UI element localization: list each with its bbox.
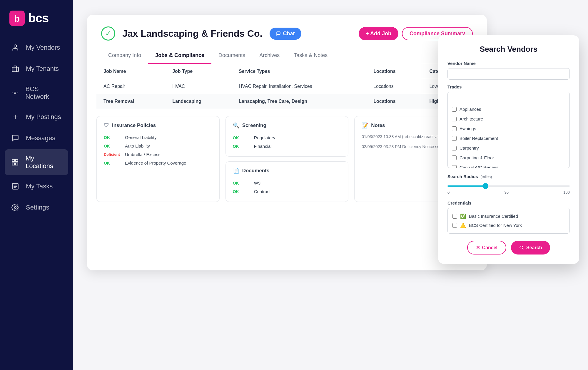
jobs-table-wrapper: Job Name Job Type Service Types Location… xyxy=(87,64,487,109)
trades-search-input[interactable] xyxy=(448,92,569,103)
sidebar-label-my-tasks: My Tasks xyxy=(26,183,53,190)
credential-label-basic-insurance: Basic Insurance Certified xyxy=(469,214,518,219)
trades-container: Appliances Architecture Awnings Boiler R… xyxy=(447,92,570,168)
my-locations-icon xyxy=(11,158,20,167)
search-button[interactable]: Search xyxy=(511,241,550,255)
trade-checkbox-architecture[interactable] xyxy=(452,117,457,121)
tab-documents[interactable]: Documents xyxy=(211,48,252,64)
trade-label-architecture: Architecture xyxy=(460,116,483,121)
primary-card: ✓ Jax Landscaping & Friends Co. Chat + A… xyxy=(87,15,487,270)
trade-item-architecture[interactable]: Architecture xyxy=(448,114,569,124)
trade-checkbox-carpeting-floor[interactable] xyxy=(452,155,457,160)
notes-icon: 📝 xyxy=(362,122,368,129)
sidebar-label-my-tenants: My Tenants xyxy=(26,65,59,73)
my-postings-icon xyxy=(11,112,20,122)
card-header: ✓ Jax Landscaping & Friends Co. Chat + A… xyxy=(87,15,487,41)
svg-point-15 xyxy=(14,207,16,209)
card-nav: Company Info Jobs & Compliance Documents… xyxy=(87,48,487,64)
trade-checkbox-boiler-replacement[interactable] xyxy=(452,136,457,141)
my-vendors-icon xyxy=(11,43,20,52)
tab-jobs-compliance[interactable]: Jobs & Compliance xyxy=(148,48,211,64)
cancel-button[interactable]: ✕ Cancel xyxy=(467,241,506,255)
sidebar-item-my-postings[interactable]: My Postings xyxy=(5,107,68,127)
trade-item-carpeting-floor[interactable]: Carpeting & Floor xyxy=(448,153,569,163)
trade-checkbox-appliances[interactable] xyxy=(452,107,457,112)
vendor-name-label: Vendor Name xyxy=(447,61,570,66)
trade-label-boiler-replacement: Boiler Replacement xyxy=(460,136,498,141)
screening-row-1: OK Regulatory xyxy=(233,133,341,142)
insurance-row-2: OK Auto Liability xyxy=(104,142,212,150)
sidebar-item-my-tasks[interactable]: My Tasks xyxy=(5,176,68,196)
sidebar-item-messages[interactable]: Messages xyxy=(5,128,68,148)
documents-panel-title: 📄 Documents xyxy=(233,168,341,174)
sidebar-item-my-locations[interactable]: My Locations xyxy=(5,149,68,175)
trade-item-appliances[interactable]: Appliances xyxy=(448,104,569,114)
add-job-button[interactable]: + Add Job xyxy=(359,27,398,40)
sidebar-label-my-postings: My Postings xyxy=(26,113,61,121)
credentials-section: Credentials ✅ Basic Insurance Certified … xyxy=(447,200,570,234)
insurance-row-3: Deficient Umbrella / Excess xyxy=(104,150,212,159)
screening-panel-title: 🔍 Screening xyxy=(233,122,341,129)
credential-basic-insurance[interactable]: ✅ Basic Insurance Certified xyxy=(452,212,565,221)
sidebar-item-settings[interactable]: Settings xyxy=(5,197,68,217)
svg-point-2 xyxy=(14,45,17,47)
vendor-name-input[interactable] xyxy=(447,68,570,80)
table-row[interactable]: Tree Removal Landscaping Lanscaping, Tre… xyxy=(96,94,477,109)
row1-job-type: HVAC xyxy=(165,79,232,94)
documents-row-2: OK Contract xyxy=(233,187,341,196)
trade-checkbox-carpentry[interactable] xyxy=(452,146,457,150)
credential-bcs-certified[interactable]: ⚠️ BCS Certified for New York xyxy=(452,221,565,230)
sidebar-label-my-locations: My Locations xyxy=(26,155,62,170)
credential-checkbox-bcs-certified[interactable] xyxy=(452,223,457,228)
credentials-box: ✅ Basic Insurance Certified ⚠️ BCS Certi… xyxy=(447,208,570,234)
trade-label-carpentry: Carpentry xyxy=(460,145,479,150)
tab-tasks-notes[interactable]: Tasks & Notes xyxy=(287,48,335,64)
svg-point-16 xyxy=(520,246,523,249)
svg-rect-10 xyxy=(16,163,18,165)
credential-checkbox-basic-insurance[interactable] xyxy=(452,214,457,219)
tab-company-info[interactable]: Company Info xyxy=(101,48,148,64)
chat-button[interactable]: Chat xyxy=(270,28,301,40)
trade-item-boiler-replacement[interactable]: Boiler Replacement xyxy=(448,133,569,143)
messages-icon xyxy=(11,133,20,143)
sidebar: b bcs My Vendors My Tenants BCS Network xyxy=(0,0,73,370)
col-job-type: Job Type xyxy=(165,64,232,79)
trade-checkbox-central-ac[interactable] xyxy=(452,165,457,168)
search-icon xyxy=(519,245,524,250)
col-job-name: Job Name xyxy=(96,64,165,79)
bcs-logo-icon: b xyxy=(9,11,25,26)
settings-icon xyxy=(11,203,20,212)
sidebar-label-my-vendors: My Vendors xyxy=(26,44,60,51)
col-service-types: Service Types xyxy=(232,64,366,79)
insurance-row-1: OK General Liability xyxy=(104,133,212,142)
basic-insurance-icon: ✅ xyxy=(460,213,466,219)
trade-checkbox-awnings[interactable] xyxy=(452,126,457,131)
svg-point-4 xyxy=(14,92,16,94)
trade-item-awnings[interactable]: Awnings xyxy=(448,124,569,133)
row2-job-type: Landscaping xyxy=(165,94,232,109)
tab-company-info-label: Company Info xyxy=(108,52,141,58)
table-row[interactable]: AC Repair HVAC HVAC Repair, Installation… xyxy=(96,79,477,94)
bcs-certified-icon: ⚠️ xyxy=(460,222,466,228)
trade-item-central-ac[interactable]: Central A/C Repairs xyxy=(448,163,569,168)
documents-row-1: OK W9 xyxy=(233,179,341,187)
tab-archives[interactable]: Archives xyxy=(252,48,287,64)
jobs-table: Job Name Job Type Service Types Location… xyxy=(96,64,477,109)
sidebar-item-my-vendors[interactable]: My Vendors xyxy=(5,38,68,58)
bcs-network-icon xyxy=(11,88,19,98)
sidebar-item-my-tenants[interactable]: My Tenants xyxy=(5,59,68,79)
radius-slider[interactable] xyxy=(447,185,570,187)
my-tasks-icon xyxy=(11,182,20,191)
radius-header: Search Radius (miles) xyxy=(447,174,570,179)
sidebar-item-bcs-network[interactable]: BCS Network xyxy=(5,80,68,106)
row1-locations: Locations xyxy=(366,79,422,94)
svg-rect-8 xyxy=(16,159,18,162)
insurance-policies-panel: 🛡 Insurance Policies OK General Liabilit… xyxy=(96,116,220,202)
radius-label: Search Radius xyxy=(447,174,478,179)
search-label: Search xyxy=(526,245,542,250)
trade-item-carpentry[interactable]: Carpentry xyxy=(448,143,569,153)
screening-panel: 🔍 Screening OK Regulatory OK Financial xyxy=(225,116,349,157)
documents-icon: 📄 xyxy=(233,168,239,174)
add-job-label: + Add Job xyxy=(366,31,391,37)
svg-text:b: b xyxy=(14,14,20,24)
